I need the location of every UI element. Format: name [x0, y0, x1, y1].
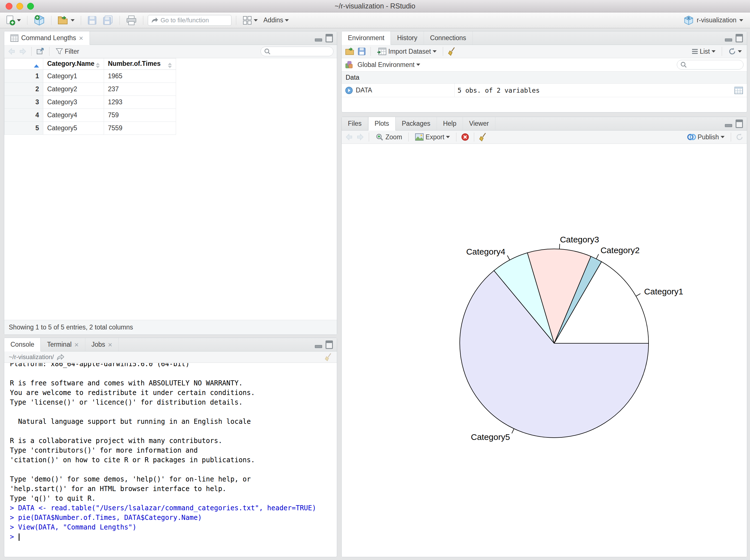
viewer-search-input[interactable] — [273, 48, 327, 55]
tab-help[interactable]: Help — [437, 117, 463, 130]
window-title: ~/r-visualization - RStudio — [0, 2, 750, 10]
minimize-pane-icon[interactable] — [315, 345, 322, 348]
viewer-status-bar: Showing 1 to 5 of 5 entries, 2 total col… — [4, 320, 337, 335]
object-value: 5 obs. of 2 variables — [455, 87, 734, 94]
previous-plot-icon[interactable] — [345, 133, 354, 141]
column-header-category-name[interactable]: Category.Name — [43, 59, 104, 70]
filter-button[interactable]: Filter — [54, 47, 81, 57]
goto-file-box[interactable] — [148, 15, 232, 26]
table-cell: Category4 — [43, 109, 104, 122]
svg-text:R: R — [688, 16, 690, 20]
expand-object-icon[interactable] — [345, 86, 353, 94]
chevron-down-icon — [433, 50, 437, 53]
export-plot-button[interactable]: Export — [413, 132, 452, 142]
row-number: 4 — [4, 109, 43, 122]
popout-window-icon[interactable] — [36, 47, 45, 55]
addins-button[interactable]: Addins — [262, 15, 291, 25]
viewer-search-box[interactable] — [260, 47, 333, 56]
refresh-plot-icon[interactable] — [735, 133, 744, 141]
save-button[interactable] — [86, 15, 99, 26]
table-row[interactable]: 3Category31293 — [4, 96, 176, 109]
minimize-pane-icon[interactable] — [725, 38, 732, 42]
minimize-pane-icon[interactable] — [315, 38, 322, 42]
back-icon[interactable] — [8, 48, 16, 55]
environment-search-input[interactable] — [689, 61, 743, 68]
chevron-down-icon — [712, 50, 715, 53]
row-number: 3 — [4, 96, 43, 109]
close-icon[interactable]: × — [108, 341, 112, 348]
save-all-button[interactable] — [101, 14, 115, 26]
new-document-icon — [6, 15, 15, 25]
list-view-button[interactable]: List — [690, 47, 717, 57]
table-cell: 237 — [104, 83, 176, 96]
tab-history[interactable]: History — [391, 32, 424, 45]
table-row[interactable]: 1Category11965 — [4, 70, 176, 83]
clear-console-broom-icon[interactable] — [324, 353, 332, 361]
load-workspace-icon[interactable] — [345, 47, 355, 56]
table-row[interactable]: 2Category2237 — [4, 83, 176, 96]
close-icon[interactable]: × — [79, 35, 83, 42]
import-dataset-button[interactable]: Import Dataset — [375, 46, 438, 57]
goto-file-input[interactable] — [160, 17, 225, 24]
tab-label: Command Lengths — [21, 34, 76, 42]
tab-environment[interactable]: Environment — [342, 32, 391, 45]
tab-viewer[interactable]: Viewer — [463, 117, 495, 130]
tab-jobs[interactable]: Jobs × — [85, 338, 119, 351]
maximize-pane-icon[interactable] — [325, 340, 333, 349]
tab-packages[interactable]: Packages — [396, 117, 437, 130]
console-pane: Console Terminal × Jobs × ~/r-visualizat… — [4, 338, 337, 557]
console-pathbar: ~/r-visualization/ — [4, 352, 337, 363]
console-output-area[interactable]: Platform: x86_64-apple-darwin15.6.0 (64-… — [4, 363, 337, 557]
object-name: DATA — [356, 86, 372, 94]
maximize-pane-icon[interactable] — [735, 120, 743, 128]
pane-layout-grid-icon — [242, 16, 252, 25]
text-cursor — [19, 534, 20, 541]
next-plot-icon[interactable] — [356, 133, 364, 141]
maximize-pane-icon[interactable] — [325, 34, 333, 42]
minimize-pane-icon[interactable] — [725, 124, 732, 127]
refresh-environment-button[interactable] — [727, 46, 744, 57]
environment-object-row[interactable]: DATA 5 obs. of 2 variables — [342, 84, 747, 97]
table-cell: 1965 — [104, 70, 176, 83]
go-to-directory-icon[interactable] — [57, 354, 64, 360]
zoom-plot-button[interactable]: Zoom — [374, 132, 404, 142]
tab-command-lengths[interactable]: Command Lengths × — [4, 32, 90, 45]
tab-connections[interactable]: Connections — [424, 32, 473, 45]
chevron-down-icon — [254, 19, 258, 21]
search-icon — [264, 48, 271, 55]
console-prompt-line[interactable]: > — [10, 532, 337, 542]
print-button[interactable] — [124, 14, 138, 26]
close-icon[interactable]: × — [74, 341, 79, 348]
new-project-button[interactable] — [32, 14, 47, 27]
save-workspace-icon[interactable] — [357, 47, 366, 56]
tab-terminal[interactable]: Terminal × — [41, 338, 85, 351]
pie-label-tick — [636, 294, 640, 296]
pie-label-tick — [559, 244, 560, 249]
remove-plot-icon[interactable] — [461, 133, 469, 141]
save-disk-icon — [87, 16, 97, 25]
rownum-header[interactable] — [4, 59, 43, 70]
maximize-pane-icon[interactable] — [735, 34, 743, 42]
project-name: r-visualization — [696, 16, 736, 24]
publish-button[interactable]: Publish — [685, 132, 726, 142]
table-row[interactable]: 5Category57559 — [4, 122, 176, 135]
tab-console[interactable]: Console — [4, 338, 41, 352]
open-file-button[interactable] — [56, 15, 76, 26]
pane-layout-button[interactable] — [241, 15, 259, 26]
environment-search-box[interactable] — [677, 60, 744, 69]
project-chooser[interactable]: R r-visualization — [684, 15, 743, 25]
new-file-button[interactable] — [4, 14, 23, 26]
view-table-icon[interactable] — [734, 87, 743, 94]
tab-files[interactable]: Files — [342, 117, 368, 130]
list-icon — [692, 49, 698, 54]
pie-label-tick — [596, 254, 598, 259]
clear-objects-broom-icon[interactable] — [448, 47, 456, 56]
publish-icon — [687, 133, 696, 141]
clear-all-plots-broom-icon[interactable] — [479, 133, 487, 142]
environment-scope-selector[interactable]: Global Environment — [356, 60, 422, 70]
forward-icon[interactable] — [18, 48, 27, 55]
table-viewer-icon — [11, 35, 18, 42]
tab-plots[interactable]: Plots — [368, 117, 396, 131]
table-row[interactable]: 4Category4759 — [4, 109, 176, 122]
column-header-number-of-times[interactable]: Number.of.Times — [104, 59, 176, 70]
